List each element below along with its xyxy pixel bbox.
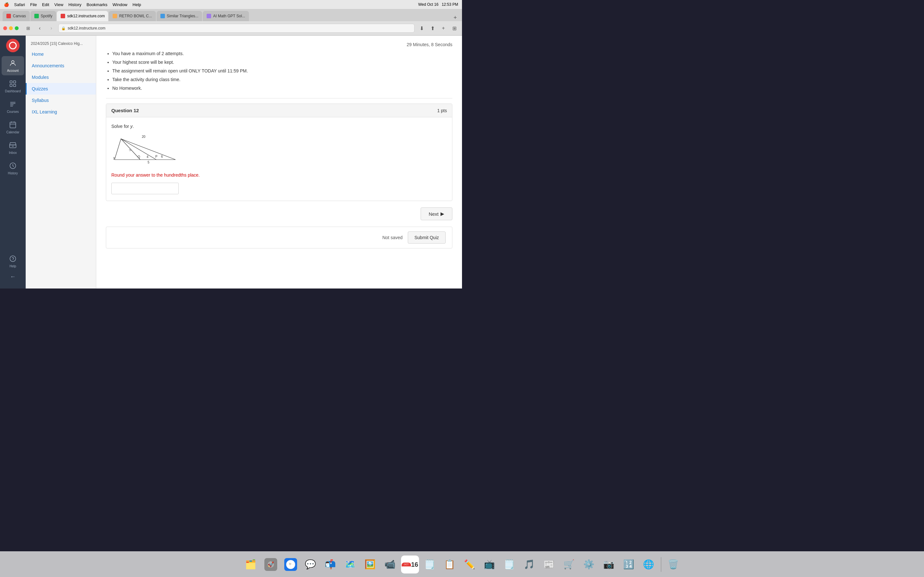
menu-view[interactable]: View — [54, 2, 63, 7]
inbox-icon — [8, 141, 17, 150]
tab-label-spotify: Spotify — [41, 14, 53, 18]
tab-bar: Canvas Spotify sdk12.instructure.com ✕ R… — [0, 9, 462, 21]
submit-quiz-button[interactable]: Submit Quiz — [408, 231, 446, 243]
tab-favicon-canvas — [6, 14, 11, 18]
menu-help[interactable]: Help — [132, 2, 141, 7]
history-label: History — [8, 171, 18, 175]
svg-text:y: y — [113, 156, 115, 160]
courses-label: Courses — [7, 110, 19, 114]
course-nav-announcements[interactable]: Announcements — [26, 60, 96, 71]
maximize-button[interactable] — [15, 26, 19, 30]
tab-canvas[interactable]: Canvas — [3, 11, 30, 21]
tab-aimath[interactable]: AI Math GPT Sol... — [203, 11, 249, 21]
minimize-button[interactable] — [9, 26, 13, 30]
collapse-sidebar-button[interactable]: ← — [8, 274, 18, 283]
dashboard-icon — [8, 79, 17, 88]
traffic-lights — [3, 26, 19, 30]
sidebar-item-calendar[interactable]: Calendar — [2, 118, 24, 137]
tabs-button[interactable]: ⊞ — [450, 24, 459, 33]
tab-spotify[interactable]: Spotify — [31, 11, 57, 21]
course-nav-quizzes[interactable]: Quizzes — [26, 83, 96, 95]
tab-retrobowl[interactable]: RETRO BOWL C... — [109, 11, 156, 21]
question-prompt: Solve for y. — [111, 124, 447, 129]
menu-safari[interactable]: Safari — [14, 2, 25, 7]
instruction-3: The assignment will remain open until ON… — [112, 68, 452, 74]
account-label: Account — [7, 69, 19, 73]
apple-menu[interactable]: 🍎 — [4, 2, 9, 7]
browser-chrome: Canvas Spotify sdk12.instructure.com ✕ R… — [0, 9, 462, 35]
close-button[interactable] — [3, 26, 7, 30]
sidebar-item-courses[interactable]: Courses — [2, 97, 24, 116]
instruction-2: Your highest score will be kept. — [112, 59, 452, 66]
tab-label-canvas: Canvas — [13, 14, 26, 18]
submit-bar: Not saved Submit Quiz — [106, 227, 452, 248]
instructions-list: You have a maximum of 2 attempts. Your h… — [106, 50, 452, 92]
tab-close-instructure[interactable]: ✕ — [108, 14, 108, 18]
course-nav-home[interactable]: Home — [26, 48, 96, 60]
course-title: 2024/2025 [1S] Calexico Hig... — [26, 39, 96, 48]
menu-date: Wed Oct 16 — [418, 2, 438, 7]
next-icon: ▶ — [441, 211, 444, 217]
menu-file[interactable]: File — [30, 2, 37, 7]
account-icon — [8, 59, 17, 68]
sidebar-item-dashboard[interactable]: Dashboard — [2, 77, 24, 96]
course-nav-ixl[interactable]: IXL Learning — [26, 106, 96, 118]
app-layout: Account Dashboard Courses — [0, 35, 462, 288]
menu-bar: 🍎 Safari File Edit View History Bookmark… — [0, 0, 462, 9]
sidebar-bottom: Help ← — [2, 251, 24, 285]
svg-line-19 — [129, 149, 131, 150]
svg-rect-3 — [10, 84, 12, 87]
question-points: 1 pts — [437, 108, 447, 113]
section-divider — [106, 98, 452, 98]
question-body: Solve for y. 20 y Q 4 6 — [106, 117, 452, 201]
question-header: Question 12 1 pts — [106, 104, 452, 117]
menu-bookmarks[interactable]: Bookmarks — [87, 2, 107, 7]
tab-favicon-similar — [160, 14, 165, 18]
address-bar[interactable]: 🔒 sdk12.instructure.com — [58, 24, 415, 33]
menu-history[interactable]: History — [68, 2, 81, 7]
answer-input[interactable] — [111, 183, 179, 194]
menu-time: 12:53 PM — [442, 2, 458, 7]
nav-buttons: Next ▶ — [106, 207, 452, 220]
courses-icon — [8, 100, 17, 109]
tab-instructure[interactable]: sdk12.instructure.com ✕ — [57, 11, 108, 21]
url-display: sdk12.instructure.com — [68, 26, 412, 31]
download-button[interactable]: ⬇ — [417, 24, 426, 33]
menu-edit[interactable]: Edit — [42, 2, 49, 7]
tab-similar[interactable]: Similar Triangles... — [157, 11, 202, 21]
forward-button[interactable]: › — [47, 24, 56, 33]
next-button[interactable]: Next ▶ — [421, 207, 452, 220]
sidebar-item-inbox[interactable]: Inbox — [2, 138, 24, 157]
sidebar-item-history[interactable]: History — [2, 159, 24, 178]
svg-line-20 — [129, 150, 131, 151]
tab-label-similar: Similar Triangles... — [167, 14, 199, 18]
instruction-1: You have a maximum of 2 attempts. — [112, 50, 452, 57]
tab-favicon-retrobowl — [113, 14, 117, 18]
menu-window[interactable]: Window — [113, 2, 128, 7]
help-label: Help — [10, 264, 16, 268]
timer-display: 29 Minutes, 8 Seconds — [106, 42, 452, 47]
sidebar-item-account[interactable]: Account — [2, 56, 24, 75]
course-nav-syllabus[interactable]: Syllabus — [26, 95, 96, 106]
question-card: Question 12 1 pts Solve for y. — [106, 103, 452, 201]
instruction-5: No Homework. — [112, 85, 452, 92]
tab-favicon-spotify — [34, 14, 39, 18]
canvas-logo — [6, 39, 19, 52]
warning-text: Round your answer to the hundredths plac… — [111, 172, 447, 177]
course-nav-modules[interactable]: Modules — [26, 71, 96, 83]
lock-icon: 🔒 — [61, 26, 66, 31]
main-content: 29 Minutes, 8 Seconds You have a maximum… — [96, 35, 462, 288]
sidebar-toggle-button[interactable]: ⊞ — [24, 24, 33, 33]
sidebar-item-help[interactable]: Help — [2, 251, 24, 271]
svg-rect-5 — [10, 122, 16, 128]
new-tab-button[interactable]: + — [453, 15, 457, 21]
share-button[interactable]: ⬆ — [428, 24, 437, 33]
add-bookmark-button[interactable]: + — [439, 24, 448, 33]
back-button[interactable]: ‹ — [35, 24, 44, 33]
svg-text:4: 4 — [147, 155, 149, 159]
svg-rect-2 — [13, 81, 16, 83]
course-sidebar: 2024/2025 [1S] Calexico Hig... Home Anno… — [26, 35, 96, 288]
toolbar-right: ⬇ ⬆ + ⊞ — [417, 24, 459, 33]
dashboard-label: Dashboard — [5, 89, 21, 93]
svg-text:6: 6 — [161, 155, 163, 158]
